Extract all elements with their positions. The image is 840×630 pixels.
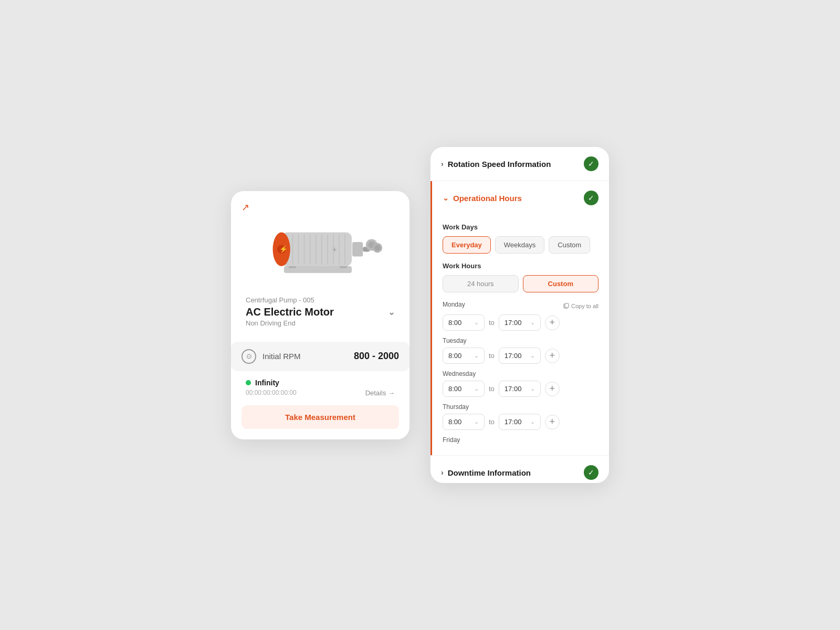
thursday-to-label: to (489, 418, 495, 426)
svg-rect-7 (304, 234, 305, 264)
rotation-speed-section-header[interactable]: › Rotation Speed Information ✓ (430, 147, 609, 181)
downtime-checkmark: ✓ (584, 465, 598, 480)
downtime-section-header[interactable]: › Downtime Information ✓ (430, 455, 609, 483)
work-hours-24hours-button[interactable]: 24 hours (443, 275, 519, 292)
svg-text:+: + (332, 245, 337, 254)
rotation-speed-chevron-icon: › (441, 160, 444, 168)
work-days-weekdays-button[interactable]: Weekdays (495, 236, 544, 254)
wednesday-time-row: 8:00 ⌄ to 17:00 ⌄ + (443, 381, 598, 397)
thursday-time-row: 8:00 ⌄ to 17:00 ⌄ + (443, 414, 598, 430)
details-link[interactable]: Details → (365, 389, 395, 397)
tuesday-start-chevron: ⌄ (474, 352, 479, 359)
copy-to-all-button[interactable]: Copy to all (563, 303, 598, 309)
monday-start-chevron: ⌄ (474, 319, 479, 326)
tuesday-end-select[interactable]: 17:00 ⌄ (499, 348, 541, 364)
take-measurement-button[interactable]: Take Measurement (242, 405, 399, 429)
wednesday-start-select[interactable]: 8:00 ⌄ (443, 381, 485, 397)
work-hours-btn-group: 24 hours Custom (443, 275, 598, 292)
tuesday-label: Tuesday (443, 337, 598, 344)
operational-hours-section-header[interactable]: ⌄ Operational Hours ✓ (432, 181, 609, 215)
svg-text:⚡: ⚡ (279, 245, 288, 254)
monday-row: Monday Copy to all 8:00 (443, 301, 598, 331)
monday-time-row: 8:00 ⌄ to 17:00 ⌄ + (443, 314, 598, 331)
monday-header: Monday Copy to all (443, 301, 598, 311)
rpm-icon: ⊙ (242, 349, 256, 364)
rotation-speed-header-left: › Rotation Speed Information (441, 160, 551, 169)
device-subtitle: Centrfugal Pump - 005 (246, 296, 395, 304)
work-days-custom-button[interactable]: Custom (549, 236, 590, 254)
wednesday-end-select[interactable]: 17:00 ⌄ (499, 381, 541, 397)
left-card: ↗ (231, 191, 410, 439)
tuesday-row: Tuesday 8:00 ⌄ to 17:00 ⌄ + (443, 337, 598, 364)
device-title: AC Electric Motor ⌄ (246, 306, 395, 318)
svg-rect-13 (339, 234, 340, 264)
wednesday-end-chevron: ⌄ (530, 385, 535, 392)
rpm-bar: ⊙ Initial RPM 800 - 2000 (231, 342, 410, 371)
thursday-label: Thursday (443, 403, 598, 411)
monday-start-select[interactable]: 8:00 ⌄ (443, 314, 485, 331)
monday-label: Monday (443, 301, 465, 308)
rpm-value: 800 - 2000 (354, 351, 399, 362)
copy-icon (563, 303, 569, 309)
svg-point-24 (374, 245, 380, 250)
rotation-speed-label: Rotation Speed Information (448, 160, 551, 169)
monday-end-chevron: ⌄ (530, 319, 535, 326)
svg-rect-14 (344, 234, 345, 264)
work-days-btn-group: Everyday Weekdays Custom (443, 236, 598, 254)
operational-hours-section: ⌄ Operational Hours ✓ Work Days Everyday… (430, 181, 609, 455)
wednesday-start-chevron: ⌄ (474, 385, 479, 392)
svg-rect-27 (565, 303, 569, 308)
time-row: 00:00:00:00:00:00 Details → (231, 387, 410, 397)
rpm-label: Initial RPM (262, 352, 348, 361)
svg-rect-3 (281, 232, 352, 266)
wednesday-to-label: to (489, 385, 495, 393)
monday-to-label: to (489, 319, 495, 327)
operational-hours-body: Work Days Everyday Weekdays Custom Work … (432, 215, 609, 455)
thursday-start-chevron: ⌄ (474, 418, 479, 425)
chevron-down-icon[interactable]: ⌄ (388, 307, 395, 317)
thursday-add-button[interactable]: + (545, 415, 560, 429)
thursday-row: Thursday 8:00 ⌄ to 17:00 ⌄ + (443, 403, 598, 430)
scene: ↗ (0, 0, 840, 630)
status-name: Infinity (255, 379, 279, 387)
right-card: › Rotation Speed Information ✓ ⌄ Operati… (430, 147, 609, 483)
expand-icon[interactable]: ↗ (242, 202, 249, 213)
svg-rect-10 (321, 234, 322, 264)
work-days-everyday-button[interactable]: Everyday (443, 236, 491, 254)
tuesday-to-label: to (489, 352, 495, 360)
tuesday-add-button[interactable]: + (545, 349, 560, 363)
thursday-end-select[interactable]: 17:00 ⌄ (499, 414, 541, 430)
right-card-inner: › Rotation Speed Information ✓ ⌄ Operati… (430, 147, 609, 483)
rotation-speed-checkmark: ✓ (584, 156, 598, 171)
tuesday-time-row: 8:00 ⌄ to 17:00 ⌄ + (443, 348, 598, 364)
wednesday-label: Wednesday (443, 370, 598, 377)
operational-hours-chevron-icon: ⌄ (443, 194, 449, 202)
work-days-label: Work Days (443, 223, 598, 231)
wednesday-row: Wednesday 8:00 ⌄ to 17:00 ⌄ + (443, 370, 598, 397)
motor-illustration: ⚡ + (246, 206, 395, 290)
status-dot (246, 380, 251, 385)
work-hours-label: Work Hours (443, 262, 598, 270)
image-area: ↗ (231, 191, 410, 296)
work-hours-custom-button[interactable]: Custom (523, 275, 599, 292)
status-row: Infinity (231, 371, 410, 387)
tuesday-end-chevron: ⌄ (530, 352, 535, 359)
device-info: Centrfugal Pump - 005 AC Electric Motor … (231, 296, 410, 333)
monday-end-select[interactable]: 17:00 ⌄ (499, 314, 541, 331)
downtime-label: Downtime Information (448, 468, 531, 477)
svg-rect-6 (298, 234, 299, 264)
tuesday-start-select[interactable]: 8:00 ⌄ (443, 348, 485, 364)
operational-hours-header-left: ⌄ Operational Hours (443, 194, 522, 203)
operational-hours-label: Operational Hours (453, 194, 522, 203)
friday-label: Friday (443, 436, 598, 444)
svg-rect-11 (327, 234, 328, 264)
downtime-header-left: › Downtime Information (441, 468, 531, 477)
thursday-end-chevron: ⌄ (530, 418, 535, 425)
time-text: 00:00:00:00:00:00 (246, 389, 297, 396)
svg-rect-9 (316, 234, 317, 264)
thursday-start-select[interactable]: 8:00 ⌄ (443, 414, 485, 430)
wednesday-add-button[interactable]: + (545, 382, 560, 396)
motor-svg: ⚡ + (257, 211, 383, 285)
svg-rect-8 (310, 234, 311, 264)
monday-add-button[interactable]: + (545, 316, 560, 330)
